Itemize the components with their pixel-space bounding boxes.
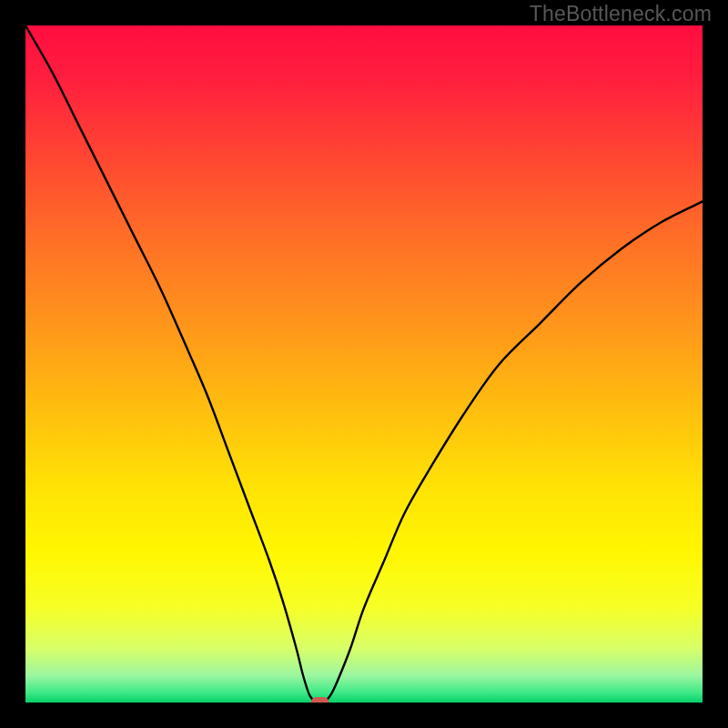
- chart-frame: TheBottleneck.com: [0, 0, 728, 728]
- bottleneck-chart: [25, 25, 703, 703]
- optimal-marker: [311, 697, 329, 703]
- gradient-background: [25, 25, 703, 703]
- watermark-text: TheBottleneck.com: [530, 2, 712, 26]
- plot-area: [25, 25, 703, 703]
